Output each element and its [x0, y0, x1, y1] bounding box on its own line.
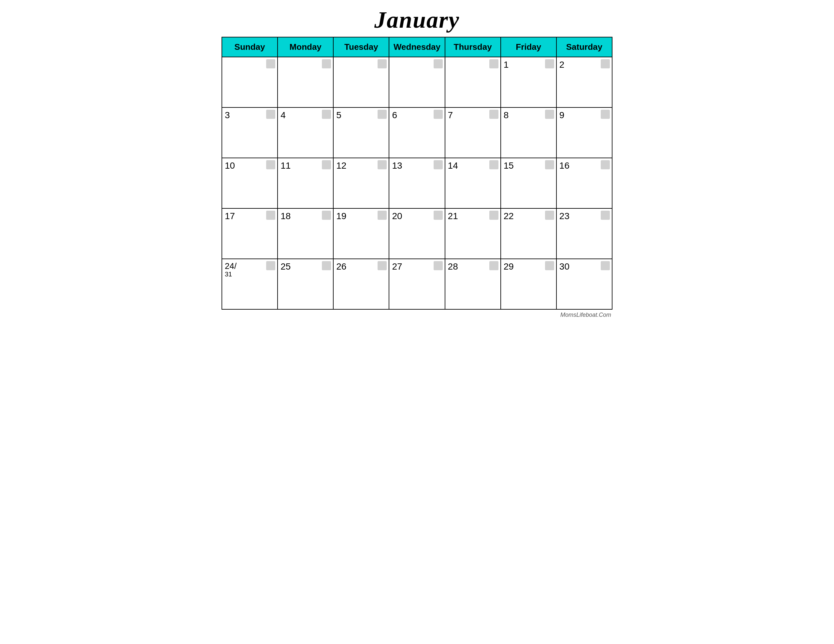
calendar-cell[interactable]: 2 [556, 57, 612, 107]
empty-corner-decoration [322, 59, 331, 68]
calendar-title: January [221, 6, 613, 34]
day-corner-decoration [434, 160, 443, 169]
day-corner-decoration [545, 59, 554, 68]
empty-corner-decoration [434, 59, 443, 68]
day-corner-decoration [489, 211, 498, 220]
day-corner-decoration [378, 261, 387, 270]
calendar-cell[interactable]: 30 [556, 259, 612, 309]
calendar-cell[interactable] [222, 57, 278, 107]
day-corner-decoration [545, 110, 554, 119]
day-corner-decoration [322, 211, 331, 220]
day-corner-decoration [489, 110, 498, 119]
calendar-header-row: SundayMondayTuesdayWednesdayThursdayFrid… [222, 37, 612, 57]
day-corner-decoration [601, 211, 610, 220]
calendar-cell[interactable]: 22 [501, 208, 556, 259]
day-corner-decoration [434, 110, 443, 119]
day-corner-decoration [266, 261, 275, 270]
calendar-cell[interactable]: 9 [556, 107, 612, 158]
calendar-cell[interactable]: 7 [445, 107, 501, 158]
column-header-tuesday: Tuesday [333, 37, 389, 57]
empty-corner-decoration [266, 59, 275, 68]
calendar-cell[interactable]: 8 [501, 107, 556, 158]
calendar-cell[interactable] [445, 57, 501, 107]
calendar-cell[interactable]: 27 [389, 259, 445, 309]
day-corner-decoration [378, 160, 387, 169]
day-corner-decoration [434, 261, 443, 270]
column-header-sunday: Sunday [222, 37, 278, 57]
day-corner-decoration [378, 211, 387, 220]
calendar-cell[interactable] [333, 57, 389, 107]
calendar-cell[interactable] [389, 57, 445, 107]
watermark: MomsLifeboat.Com [221, 312, 613, 318]
day-corner-decoration [266, 211, 275, 220]
column-header-wednesday: Wednesday [389, 37, 445, 57]
calendar-cell[interactable]: 10 [222, 158, 278, 208]
calendar-cell[interactable]: 18 [278, 208, 333, 259]
calendar-cell[interactable]: 3 [222, 107, 278, 158]
calendar-cell[interactable]: 12 [333, 158, 389, 208]
day-corner-decoration [545, 211, 554, 220]
day-corner-decoration [601, 160, 610, 169]
calendar-cell[interactable] [278, 57, 333, 107]
calendar-cell[interactable]: 15 [501, 158, 556, 208]
calendar-cell[interactable]: 19 [333, 208, 389, 259]
empty-corner-decoration [489, 59, 498, 68]
calendar-cell[interactable]: 4 [278, 107, 333, 158]
calendar-week-row: 17181920212223 [222, 208, 612, 259]
day-corner-decoration [545, 160, 554, 169]
day-corner-decoration [434, 211, 443, 220]
day-corner-decoration [322, 160, 331, 169]
column-header-thursday: Thursday [445, 37, 501, 57]
calendar-cell[interactable]: 24/31 [222, 259, 278, 309]
empty-corner-decoration [378, 59, 387, 68]
calendar-cell[interactable]: 20 [389, 208, 445, 259]
calendar-cell[interactable]: 26 [333, 259, 389, 309]
day-corner-decoration [489, 160, 498, 169]
calendar-cell[interactable]: 23 [556, 208, 612, 259]
calendar-week-row: 24/31252627282930 [222, 259, 612, 309]
calendar-cell[interactable]: 28 [445, 259, 501, 309]
calendar-week-row: 12 [222, 57, 612, 107]
calendar-cell[interactable]: 13 [389, 158, 445, 208]
day-corner-decoration [322, 261, 331, 270]
calendar-cell[interactable]: 11 [278, 158, 333, 208]
calendar-week-row: 3456789 [222, 107, 612, 158]
calendar-cell[interactable]: 21 [445, 208, 501, 259]
day-corner-decoration [545, 261, 554, 270]
column-header-saturday: Saturday [556, 37, 612, 57]
calendar-cell[interactable]: 5 [333, 107, 389, 158]
column-header-monday: Monday [278, 37, 333, 57]
day-corner-decoration [266, 160, 275, 169]
calendar-cell[interactable]: 16 [556, 158, 612, 208]
calendar-wrapper: January SundayMondayTuesdayWednesdayThur… [221, 6, 613, 318]
day-corner-decoration [322, 110, 331, 119]
day-corner-decoration [378, 110, 387, 119]
calendar-cell[interactable]: 29 [501, 259, 556, 309]
calendar-week-row: 10111213141516 [222, 158, 612, 208]
calendar-cell[interactable]: 1 [501, 57, 556, 107]
day-corner-decoration [489, 261, 498, 270]
column-header-friday: Friday [501, 37, 556, 57]
calendar-cell[interactable]: 6 [389, 107, 445, 158]
day-corner-decoration [601, 59, 610, 68]
day-corner-decoration [601, 261, 610, 270]
calendar-cell[interactable]: 17 [222, 208, 278, 259]
calendar-cell[interactable]: 25 [278, 259, 333, 309]
calendar-cell[interactable]: 14 [445, 158, 501, 208]
day-corner-decoration [601, 110, 610, 119]
calendar-table: SundayMondayTuesdayWednesdayThursdayFrid… [221, 37, 613, 310]
day-corner-decoration [266, 110, 275, 119]
calendar-body: 123456789101112131415161718192021222324/… [222, 57, 612, 309]
